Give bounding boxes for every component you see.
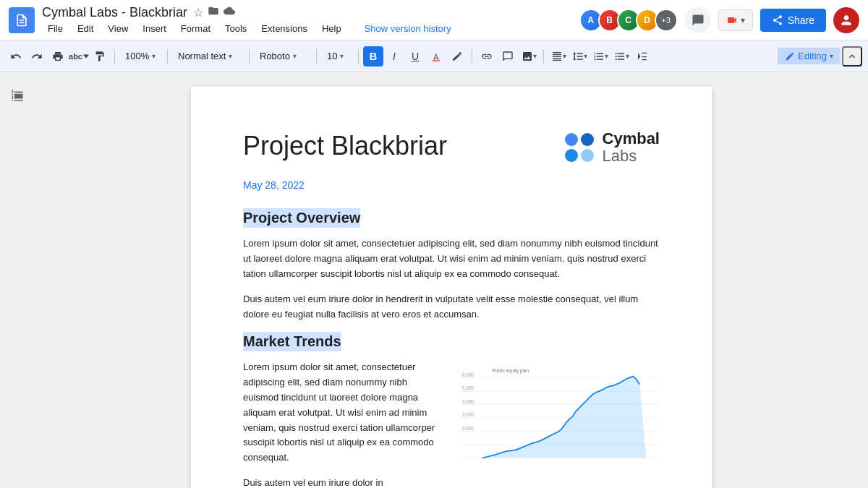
svg-text:4,000: 4,000	[462, 399, 475, 404]
font-selector[interactable]: Roboto ▾	[254, 46, 312, 67]
divider-3	[249, 49, 250, 64]
paint-format-button[interactable]	[90, 46, 110, 67]
divider-7	[543, 49, 544, 64]
collaborator-avatars: A B C D +3	[579, 9, 678, 32]
document-title[interactable]: Cymbal Labs - Blackbriar	[42, 5, 187, 20]
menu-insert[interactable]: Insert	[137, 22, 172, 35]
editing-chevron: ▾	[830, 52, 833, 60]
outline-icon[interactable]	[7, 87, 27, 111]
market-two-column: Lorem ipsum dolor sit amet, consectetuer…	[243, 360, 660, 488]
italic-button[interactable]: I	[384, 46, 404, 67]
divider-4	[316, 49, 317, 64]
link-button[interactable]	[477, 46, 497, 67]
spacing-chevron: ▾	[584, 52, 587, 60]
menu-edit[interactable]: Edit	[72, 22, 99, 35]
user-avatar[interactable]	[833, 7, 859, 33]
market-paragraph-1: Lorem ipsum dolor sit amet, consectetuer…	[243, 360, 444, 466]
print-button[interactable]	[48, 46, 68, 67]
text-color-button[interactable]	[426, 46, 446, 67]
doc-header: Project Blackbriar Cymbal Labs	[243, 130, 660, 165]
doc-icon	[9, 7, 35, 33]
document-page: Project Blackbriar Cymbal Labs May 28, 2…	[191, 87, 712, 488]
svg-rect-0	[433, 60, 441, 61]
divider-5	[358, 49, 359, 64]
dot-1	[565, 133, 578, 146]
menu-extensions[interactable]: Extensions	[255, 22, 313, 35]
menu-format[interactable]: Format	[175, 22, 216, 35]
numbered-list-button[interactable]: ▾	[590, 46, 610, 67]
undo-button[interactable]	[6, 46, 26, 67]
cymbal-sub: Labs	[603, 147, 660, 165]
folder-icon[interactable]	[208, 5, 219, 20]
highlight-button[interactable]	[447, 46, 467, 67]
trend-chart-svg: 6,000 5,000 4,000 3,000 2,000 Public equ…	[459, 360, 660, 476]
section-heading-market: Market Trends	[243, 332, 341, 351]
document-area: Project Blackbriar Cymbal Labs May 28, 2…	[0, 72, 868, 488]
market-text-column: Lorem ipsum dolor sit amet, consectetuer…	[243, 360, 444, 488]
indent-button[interactable]	[632, 46, 652, 67]
formatting-toolbar: abc 100% ▾ Normal text ▾ Roboto ▾ 10 ▾ B…	[0, 40, 868, 72]
bullet-list-button[interactable]: ▾	[611, 46, 631, 67]
menu-help[interactable]: Help	[316, 22, 347, 35]
document-sidebar	[0, 72, 35, 488]
meet-button[interactable]: ▾	[718, 9, 753, 31]
market-chart-column: 6,000 5,000 4,000 3,000 2,000 Public equ…	[459, 360, 660, 488]
numbered-list-chevron: ▾	[605, 52, 608, 60]
comment-button[interactable]	[498, 46, 518, 67]
svg-text:3,000: 3,000	[462, 413, 475, 418]
toolbar-collapse-button[interactable]	[842, 46, 862, 67]
overview-paragraph-2: Duis autem vel eum iriure dolor in hendr…	[243, 292, 660, 322]
title-bar: Cymbal Labs - Blackbriar ☆ File Edit Vie…	[0, 0, 868, 40]
redo-button[interactable]	[27, 46, 47, 67]
cymbal-logo: Cymbal Labs	[565, 130, 660, 165]
svg-text:6,000: 6,000	[462, 372, 475, 377]
divider-6	[472, 49, 472, 64]
font-size-selector[interactable]: 10 ▾	[321, 46, 354, 67]
zoom-chevron: ▾	[152, 52, 156, 60]
editing-label: Editing	[798, 51, 827, 61]
menu-tools[interactable]: Tools	[219, 22, 252, 35]
title-icons: ☆	[193, 5, 235, 20]
underline-button[interactable]: U	[405, 46, 425, 67]
menu-view[interactable]: View	[102, 22, 134, 35]
editing-mode-button[interactable]: Editing ▾	[778, 48, 841, 64]
text-style-selector[interactable]: Normal text ▾	[172, 46, 244, 67]
dot-3	[565, 149, 578, 162]
paragraph-group: ▾ ▾ ▾ ▾	[548, 46, 652, 67]
document-scroll-area[interactable]: Project Blackbriar Cymbal Labs May 28, 2…	[35, 72, 868, 488]
insert-group: ▾	[477, 46, 539, 67]
font-chevron: ▾	[293, 52, 297, 60]
history-group: abc	[6, 46, 110, 67]
cymbal-text-block: Cymbal Labs	[603, 130, 660, 165]
market-paragraph-2: Duis autem vel eum iriure dolor in	[243, 476, 444, 488]
spellcheck-button[interactable]: abc	[69, 46, 89, 67]
share-button[interactable]: Share	[760, 9, 826, 32]
bullet-list-chevron: ▾	[626, 52, 629, 60]
text-format-group: B I U	[363, 46, 467, 67]
zoom-selector[interactable]: 100% ▾	[119, 46, 163, 67]
image-chevron: ▾	[533, 52, 537, 60]
cymbal-name: Cymbal	[603, 130, 660, 147]
svg-text:Public equity plan: Public equity plan	[492, 368, 529, 374]
market-chart: 6,000 5,000 4,000 3,000 2,000 Public equ…	[459, 360, 660, 476]
bold-button[interactable]: B	[363, 46, 383, 67]
divider-1	[114, 49, 115, 64]
section-heading-overview: Project Overview	[243, 208, 360, 228]
line-spacing-button[interactable]: ▾	[569, 46, 590, 67]
share-label: Share	[788, 14, 814, 26]
svg-text:5,000: 5,000	[462, 385, 475, 390]
title-right: A B C D +3 ▾ Share	[579, 7, 859, 33]
menu-file[interactable]: File	[42, 22, 69, 35]
style-chevron: ▾	[229, 52, 232, 60]
menu-bar: File Edit View Insert Format Tools Exten…	[42, 22, 579, 35]
version-history-link[interactable]: Show version history	[365, 23, 451, 34]
star-icon[interactable]: ☆	[193, 6, 203, 20]
cloud-icon[interactable]	[224, 5, 235, 20]
image-button[interactable]: ▾	[519, 46, 539, 67]
overview-paragraph-1: Lorem ipsum dolor sit amet, consectetuer…	[243, 236, 660, 281]
svg-text:2,000: 2,000	[462, 426, 475, 431]
document-date: May 28, 2022	[243, 179, 660, 191]
chat-button[interactable]	[685, 7, 711, 33]
dot-4	[581, 149, 594, 162]
align-button[interactable]: ▾	[548, 46, 569, 67]
